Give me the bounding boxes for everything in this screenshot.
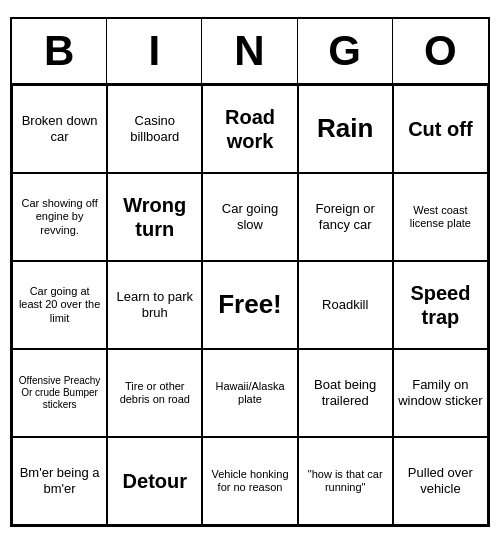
bingo-letter-g: G xyxy=(298,19,393,83)
bingo-cell-2: Road work xyxy=(202,85,297,173)
bingo-cell-8: Foreign or fancy car xyxy=(298,173,393,261)
bingo-cell-12: Free! xyxy=(202,261,297,349)
bingo-cell-17: Hawaii/Alaska plate xyxy=(202,349,297,437)
bingo-cell-19: Family on window sticker xyxy=(393,349,488,437)
bingo-letter-b: B xyxy=(12,19,107,83)
bingo-letter-n: N xyxy=(202,19,297,83)
bingo-header: BINGO xyxy=(12,19,488,85)
bingo-cell-1: Casino billboard xyxy=(107,85,202,173)
bingo-cell-20: Bm'er being a bm'er xyxy=(12,437,107,525)
bingo-card: BINGO Broken down carCasino billboardRoa… xyxy=(10,17,490,527)
bingo-cell-10: Car going at least 20 over the limit xyxy=(12,261,107,349)
bingo-cell-4: Cut off xyxy=(393,85,488,173)
bingo-cell-24: Pulled over vehicle xyxy=(393,437,488,525)
bingo-cell-11: Learn to park bruh xyxy=(107,261,202,349)
bingo-cell-21: Detour xyxy=(107,437,202,525)
bingo-letter-i: I xyxy=(107,19,202,83)
bingo-cell-13: Roadkill xyxy=(298,261,393,349)
bingo-cell-9: West coast license plate xyxy=(393,173,488,261)
bingo-cell-18: Boat being trailered xyxy=(298,349,393,437)
bingo-letter-o: O xyxy=(393,19,488,83)
bingo-cell-16: Tire or other debris on road xyxy=(107,349,202,437)
bingo-cell-23: "how is that car running" xyxy=(298,437,393,525)
bingo-cell-14: Speed trap xyxy=(393,261,488,349)
bingo-grid: Broken down carCasino billboardRoad work… xyxy=(12,85,488,525)
bingo-cell-6: Wrong turn xyxy=(107,173,202,261)
bingo-cell-7: Car going slow xyxy=(202,173,297,261)
bingo-cell-5: Car showing off engine by revving. xyxy=(12,173,107,261)
bingo-cell-22: Vehicle honking for no reason xyxy=(202,437,297,525)
bingo-cell-3: Rain xyxy=(298,85,393,173)
bingo-cell-0: Broken down car xyxy=(12,85,107,173)
bingo-cell-15: Offensive Preachy Or crude Bumper sticke… xyxy=(12,349,107,437)
